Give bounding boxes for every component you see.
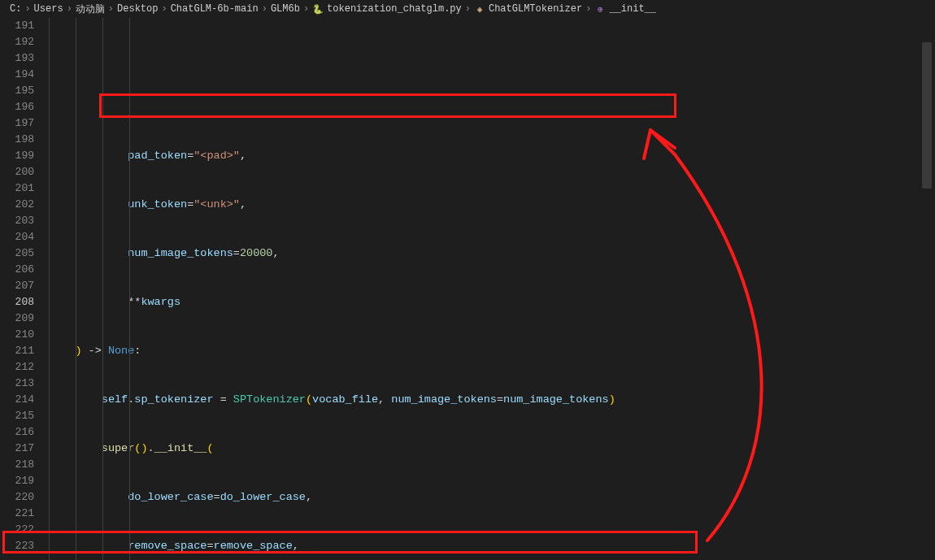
line-number: 194 <box>0 67 34 83</box>
line-number: 199 <box>0 148 34 164</box>
line-number: 221 <box>0 506 34 522</box>
line-number: 196 <box>0 99 34 115</box>
chevron-right-icon: › <box>262 3 267 15</box>
line-number: 215 <box>0 408 34 424</box>
indent-guide <box>102 18 103 560</box>
code-line[interactable]: self.sp_tokenizer = SPTokenizer(vocab_fi… <box>49 392 935 408</box>
chevron-right-icon: › <box>585 3 591 15</box>
indent-guide <box>76 18 76 560</box>
line-number: 206 <box>0 262 34 278</box>
code-line[interactable]: remove_space=remove_space, <box>49 538 935 554</box>
line-number-gutter: 1911921931941951961971981992002012022032… <box>0 18 49 560</box>
chevron-right-icon: › <box>465 3 471 15</box>
code-line[interactable]: unk_token="<unk>", <box>49 197 935 213</box>
line-number: 192 <box>0 34 34 50</box>
indent-guide <box>129 18 130 560</box>
line-number: 211 <box>0 343 34 359</box>
line-number: 219 <box>0 473 34 489</box>
line-number: 220 <box>0 489 34 506</box>
code-line[interactable]: super().__init__( <box>49 441 935 457</box>
crumb-proj[interactable]: ChatGLM-6b-main <box>171 3 259 15</box>
indent-guide <box>49 18 50 560</box>
code-line[interactable]: num_image_tokens=20000, <box>49 245 935 262</box>
chevron-right-icon: › <box>108 3 114 15</box>
chevron-right-icon: › <box>67 3 72 15</box>
class-icon: ◈ <box>474 3 485 15</box>
line-number: 200 <box>0 164 34 180</box>
method-icon: ⊕ <box>594 3 606 15</box>
python-file-icon: 🐍 <box>312 3 324 15</box>
crumb-users[interactable]: Users <box>34 3 63 15</box>
line-number: 203 <box>0 213 34 229</box>
line-number: 197 <box>0 115 34 132</box>
crumb-folder[interactable]: GLM6b <box>271 3 300 15</box>
crumb-desktop[interactable]: Desktop <box>117 3 158 15</box>
line-number: 213 <box>0 376 34 392</box>
crumb-drive[interactable]: C: <box>10 3 21 15</box>
crumb-class[interactable]: ChatGLMTokenizer <box>489 3 582 15</box>
line-number: 214 <box>0 392 34 408</box>
line-number: 218 <box>0 457 34 473</box>
line-number: 212 <box>0 359 34 376</box>
chevron-right-icon: › <box>161 3 167 15</box>
crumb-user[interactable]: 动动脑 <box>76 2 105 16</box>
code-area[interactable]: pad_token="<pad>", unk_token="<unk>", nu… <box>49 18 935 560</box>
line-number: 204 <box>0 229 34 245</box>
crumb-file[interactable]: tokenization_chatglm.py <box>327 3 462 15</box>
line-number: 202 <box>0 197 34 213</box>
code-editor[interactable]: 1911921931941951961971981992002012022032… <box>0 18 935 560</box>
line-number: 210 <box>0 327 34 343</box>
line-number: 223 <box>0 538 34 554</box>
line-number: 195 <box>0 83 34 99</box>
line-number: 208 <box>0 294 34 310</box>
line-number: 217 <box>0 441 34 457</box>
line-number: 193 <box>0 50 34 67</box>
chevron-right-icon: › <box>24 3 30 15</box>
line-number: 201 <box>0 180 34 197</box>
line-number: 222 <box>0 522 34 538</box>
line-number: 205 <box>0 245 34 262</box>
line-number: 191 <box>0 18 34 34</box>
vertical-scrollbar[interactable] <box>922 42 932 189</box>
line-number: 198 <box>0 132 34 148</box>
code-line[interactable]: pad_token="<pad>", <box>49 148 935 164</box>
code-line[interactable]: **kwargs <box>49 294 935 310</box>
crumb-fn[interactable]: __init__ <box>609 3 656 15</box>
code-line[interactable]: ) -> None: <box>49 343 935 359</box>
breadcrumb[interactable]: C:› Users› 动动脑› Desktop› ChatGLM-6b-main… <box>0 0 935 18</box>
line-number: 216 <box>0 424 34 441</box>
line-number: 207 <box>0 278 34 294</box>
line-number: 209 <box>0 310 34 327</box>
chevron-right-icon: › <box>303 3 309 15</box>
code-line[interactable]: do_lower_case=do_lower_case, <box>49 489 935 506</box>
